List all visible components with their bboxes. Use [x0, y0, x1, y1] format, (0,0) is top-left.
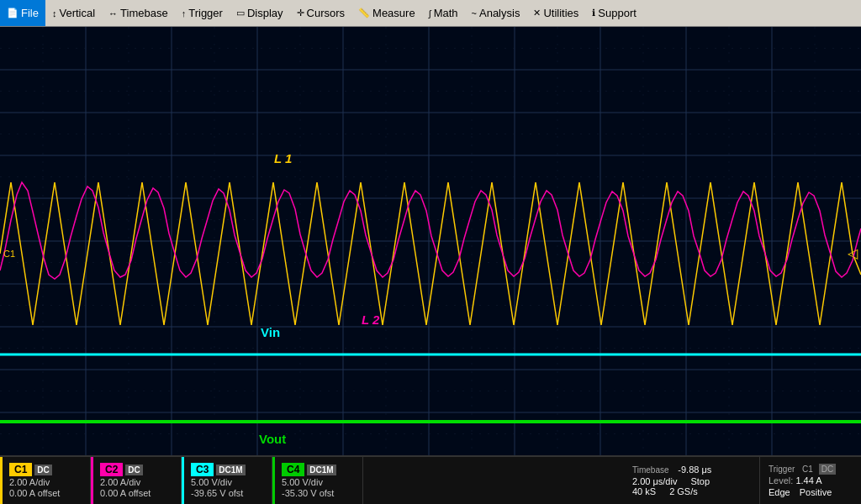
menu-file[interactable]: 📄 File [0, 0, 45, 26]
c1-scale: 2.00 A/div [9, 477, 83, 487]
per-div: 2.00 μs/div [632, 476, 677, 486]
menu-trigger[interactable]: ↑ Trigger [175, 0, 230, 26]
c1-indicator: C1 [3, 249, 15, 259]
support-icon: ℹ [592, 8, 595, 18]
c3-label: C3 [191, 463, 214, 476]
trigger-slope: Positive [800, 487, 832, 497]
trigger-level-label: Level: [769, 475, 795, 486]
timebase-block: Timebase -9.88 μs 2.00 μs/div Stop 40 kS… [626, 457, 760, 504]
scope-display: C1 ◁ L 1 L 2 Vin Vout [0, 27, 861, 455]
l1-label: L 1 [274, 151, 292, 165]
trigger-coupling: DC [819, 464, 836, 475]
c1-label: C1 [9, 463, 32, 476]
trigger-icon: ↑ [182, 8, 187, 18]
menu-support[interactable]: ℹ Support [585, 0, 643, 26]
vin-label: Vin [261, 325, 280, 339]
cursors-icon: ✛ [297, 8, 304, 18]
c4-coupling: DC1M [307, 465, 335, 475]
c3-scale: 5.00 V/div [191, 477, 265, 487]
c3-status: C3 DC1M 5.00 V/div -39.65 V ofst [182, 457, 272, 504]
trigger-type: Edge [769, 487, 790, 497]
status-bar: C1 DC 2.00 A/div 0.00 A offset C2 DC 2.0… [0, 455, 861, 504]
display-icon: ▭ [236, 8, 245, 18]
sample-rate: 2 GS/s [669, 486, 698, 496]
c4-offset: -35.30 V ofst [282, 488, 356, 498]
math-icon: ∫ [429, 8, 431, 18]
c2-scale: 2.00 A/div [100, 477, 174, 487]
timebase-icon: ↔ [108, 8, 118, 18]
c3-coupling: DC1M [216, 465, 245, 475]
menu-cursors[interactable]: ✛ Cursors [290, 0, 352, 26]
waveform-canvas: C1 ◁ [0, 27, 861, 455]
c1-offset: 0.00 A offset [9, 488, 83, 498]
trigger-block: Trigger C1 DC Level: 1.44 A Edge Positiv… [760, 457, 861, 504]
vout-label: Vout [259, 432, 286, 446]
spacer [363, 457, 626, 504]
c4-label: C4 [282, 463, 304, 476]
menu-display[interactable]: ▭ Display [230, 0, 290, 26]
utilities-icon: ✕ [533, 8, 541, 18]
l2-label: L 2 [362, 312, 379, 327]
c1-status: C1 DC 2.00 A/div 0.00 A offset [0, 457, 91, 504]
menu-measure[interactable]: 📏 Measure [351, 0, 422, 26]
measure-icon: 📏 [358, 8, 370, 18]
c4-scale: 5.00 V/div [282, 477, 356, 487]
c2-status: C2 DC 2.00 A/div 0.00 A offset [91, 457, 182, 504]
c2-label: C2 [100, 463, 123, 476]
c2-coupling: DC [125, 465, 142, 475]
menu-utilities[interactable]: ✕ Utilities [526, 0, 585, 26]
menu-timebase[interactable]: ↔ Timebase [102, 0, 175, 26]
analysis-icon: ~ [472, 8, 477, 18]
samples: 40 kS [632, 486, 656, 496]
c4-status: C4 DC1M 5.00 V/div -35.30 V ofst [272, 457, 363, 504]
menu-vertical[interactable]: ↕ Vertical [45, 0, 102, 26]
trigger-level: 1.44 A [795, 475, 821, 486]
c1-coupling: DC [34, 465, 51, 475]
menu-bar: 📄 File ↕ Vertical ↔ Timebase ↑ Trigger ▭… [0, 0, 861, 27]
menu-analysis[interactable]: ~ Analysis [465, 0, 527, 26]
c2-offset: 0.00 A offset [100, 488, 174, 498]
file-icon: 📄 [7, 8, 18, 18]
trigger-arrow: ◁ [848, 246, 858, 260]
mode: Stop [690, 476, 710, 486]
menu-math[interactable]: ∫ Math [422, 0, 465, 26]
vertical-icon: ↕ [52, 8, 57, 18]
c3-offset: -39.65 V ofst [191, 488, 265, 498]
